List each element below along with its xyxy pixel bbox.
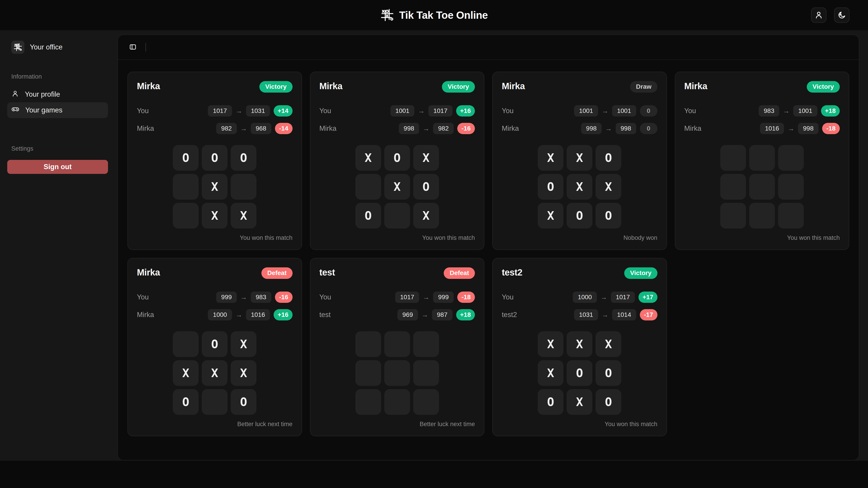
tictactoe-board: XXOOXXXOO xyxy=(538,145,621,229)
game-card-header: test2 Victory xyxy=(502,267,657,279)
rating-delta-badge: -16 xyxy=(275,292,292,303)
board-cell xyxy=(384,331,410,357)
user-icon xyxy=(11,90,19,99)
arrow-right-icon: → xyxy=(236,107,242,115)
rating-after: 998 xyxy=(798,123,818,134)
player-label: Mirka xyxy=(137,124,154,133)
player-label: You xyxy=(319,107,331,115)
score-rows: You 1001 → 1001 0 Mirka 998 → 998 0 xyxy=(502,105,657,134)
player-label: You xyxy=(137,293,149,301)
player-label: You xyxy=(684,107,696,115)
rating-before: 982 xyxy=(216,123,237,134)
board-cell: O xyxy=(595,203,621,229)
tictactoe-board: XXXXOOOXO xyxy=(538,331,621,415)
score-row: Mirka 1016 → 998 -18 xyxy=(684,123,840,134)
sidebar-item-label: Your profile xyxy=(25,90,60,98)
arrow-right-icon: → xyxy=(240,293,247,301)
app-shell: Your office Information Your profile xyxy=(0,30,868,461)
player-label: Mirka xyxy=(502,124,519,133)
board-cell: X xyxy=(538,331,563,357)
section-information: Information xyxy=(11,73,108,80)
rating-after: 983 xyxy=(251,292,271,303)
opponent-name: Mirka xyxy=(137,81,160,91)
sign-out-button[interactable]: Sign out xyxy=(7,160,108,174)
board-cell xyxy=(384,203,410,229)
board-cell: X xyxy=(567,145,592,171)
rating-before: 1031 xyxy=(574,309,598,320)
game-card-header: test Defeat xyxy=(319,267,475,279)
board-cell xyxy=(749,145,775,171)
sidebar-item-profile[interactable]: Your profile xyxy=(7,87,108,102)
match-outcome-text: You won this match xyxy=(502,421,657,428)
board-cell: X xyxy=(538,145,563,171)
player-label: Mirka xyxy=(319,124,337,133)
board-cell: O xyxy=(567,203,592,229)
result-badge: Defeat xyxy=(444,267,475,279)
opponent-name: Mirka xyxy=(319,81,342,91)
arrow-right-icon: → xyxy=(422,311,428,319)
board-cell xyxy=(173,203,198,229)
score-row: You 1001 → 1017 +16 xyxy=(319,105,475,117)
games-grid: Mirka Victory You 1017 → 1031 +14 Mirka … xyxy=(118,60,859,448)
tictactoe-board xyxy=(355,331,439,415)
score-rows: You 999 → 983 -16 Mirka 1000 → 1016 +16 xyxy=(137,292,292,320)
opponent-name: Mirka xyxy=(137,267,160,278)
rating-before: 998 xyxy=(399,123,419,134)
match-outcome-text: Nobody won xyxy=(502,234,657,241)
tictactoe-board: OOOXXX xyxy=(173,145,256,229)
arrow-right-icon: → xyxy=(600,293,607,301)
board-cell xyxy=(413,331,439,357)
workspace-logo-icon xyxy=(11,41,24,54)
arrow-right-icon: → xyxy=(423,293,430,301)
rating-delta-badge: +18 xyxy=(821,105,840,117)
board-cell: X xyxy=(595,331,621,357)
board-cell xyxy=(413,360,439,386)
main-area: Mirka Victory You 1017 → 1031 +14 Mirka … xyxy=(115,30,868,461)
sidebar-item-label: Your games xyxy=(25,106,62,114)
board-cell xyxy=(778,145,804,171)
board-cell xyxy=(355,174,381,200)
board-cell: O xyxy=(595,145,621,171)
board-cell: X xyxy=(567,174,592,200)
workspace-label: Your office xyxy=(30,43,63,51)
game-card: Mirka Draw You 1001 → 1001 0 Mirka 998 →… xyxy=(492,72,667,250)
score-row: You 1001 → 1001 0 xyxy=(502,105,657,117)
game-card: test Defeat You 1017 → 999 -18 test 969 … xyxy=(310,258,485,436)
rating-before: 999 xyxy=(216,292,237,303)
arrow-right-icon: → xyxy=(601,107,609,115)
result-badge: Victory xyxy=(259,81,292,93)
rating-delta-badge: +17 xyxy=(639,292,657,303)
board-cell: X xyxy=(202,360,227,386)
board-cell xyxy=(778,203,804,229)
board-cell: X xyxy=(384,174,410,200)
sidebar-toggle-button[interactable] xyxy=(126,41,139,54)
board-cell: X xyxy=(231,360,256,386)
rating-delta-badge: +16 xyxy=(456,105,475,117)
board-cell: X xyxy=(413,145,439,171)
arrow-right-icon: → xyxy=(787,125,794,132)
game-card: Mirka Victory You 983 → 1001 +18 Mirka 1… xyxy=(675,72,849,250)
result-badge: Victory xyxy=(624,267,657,279)
profile-button[interactable] xyxy=(811,7,827,23)
board-cell: X xyxy=(567,389,592,415)
theme-toggle-button[interactable] xyxy=(834,7,849,23)
rating-delta-badge: -16 xyxy=(457,123,475,134)
rating-after: 998 xyxy=(616,123,636,134)
game-card-header: Mirka Draw xyxy=(502,81,657,93)
game-card-header: Mirka Victory xyxy=(684,81,840,93)
board-cell: O xyxy=(538,389,563,415)
opponent-name: test xyxy=(319,267,335,278)
player-label: You xyxy=(319,293,331,301)
rating-after: 1001 xyxy=(612,105,636,117)
board-cell: X xyxy=(202,174,227,200)
user-icon xyxy=(814,10,823,20)
player-label: You xyxy=(137,107,149,115)
game-card: Mirka Victory You 1001 → 1017 +16 Mirka … xyxy=(310,72,485,250)
workspace-switcher[interactable]: Your office xyxy=(11,41,108,54)
app-title: Tik Tak Toe Online xyxy=(399,9,488,21)
board-cell: O xyxy=(595,360,621,386)
score-rows: You 983 → 1001 +18 Mirka 1016 → 998 -18 xyxy=(684,105,840,134)
sidebar-item-games[interactable]: Your games xyxy=(7,102,108,118)
board-cell xyxy=(384,360,410,386)
rating-after: 999 xyxy=(433,292,454,303)
